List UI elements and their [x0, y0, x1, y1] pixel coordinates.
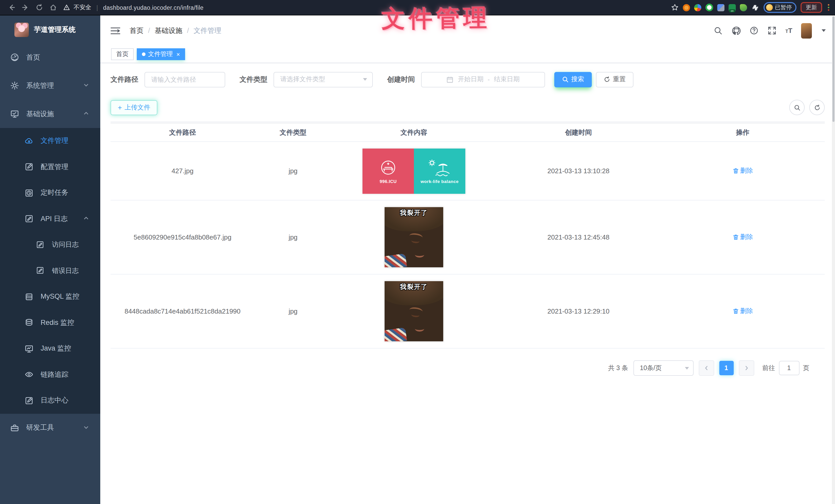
- scrollbar-thumb[interactable]: [832, 17, 834, 122]
- back-icon[interactable]: [7, 3, 16, 12]
- sidebar-item-home[interactable]: 首页: [0, 43, 100, 71]
- logo-image: [14, 23, 29, 37]
- sidebar-item-label: Redis 监控: [41, 318, 74, 328]
- sidebar-item-dev-tools[interactable]: 研发工具: [0, 414, 100, 442]
- cell-created-time: 2021-03-13 12:45:48: [496, 233, 661, 241]
- help-icon[interactable]: [749, 26, 759, 35]
- cloud-icon: [25, 137, 34, 145]
- sidebar-item-redis-monitor[interactable]: Redis 监控: [0, 310, 100, 336]
- refresh-button[interactable]: [809, 100, 825, 115]
- user-avatar[interactable]: [801, 23, 812, 38]
- profile-avatar: [766, 4, 773, 11]
- column-header-created: 创建时间: [496, 128, 661, 137]
- sidebar-item-error-log[interactable]: 错误日志: [0, 258, 100, 284]
- sidebar-logo[interactable]: 芋道管理系统: [0, 16, 100, 43]
- extension-icon-switch-on[interactable]: on: [729, 4, 736, 11]
- cell-file-content: 我裂开了: [332, 281, 496, 341]
- file-thumbnail-baby-meme[interactable]: 我裂开了: [385, 281, 443, 341]
- gear-icon: [10, 81, 19, 90]
- github-icon[interactable]: [731, 26, 741, 35]
- app-window: 芋道管理系统 首页 系统管理 基础设施 文件管理: [0, 16, 835, 504]
- extensions-puzzle-icon[interactable]: [751, 3, 759, 12]
- sidebar-item-file-management[interactable]: 文件管理: [0, 128, 100, 154]
- sidebar-item-scheduled-jobs[interactable]: 定时任务: [0, 180, 100, 206]
- browser-nav: [0, 3, 62, 12]
- calendar-icon: [447, 76, 454, 83]
- sidebar-item-system[interactable]: 系统管理: [0, 71, 100, 100]
- sidebar-item-access-log[interactable]: 访问日志: [0, 232, 100, 258]
- cell-file-path: 5e8609290e915c4fa8b08e67.jpg: [110, 233, 254, 241]
- next-page-button[interactable]: [739, 360, 754, 376]
- app-scrollbar[interactable]: [832, 16, 835, 504]
- sidebar-item-label: 文件管理: [41, 136, 68, 146]
- upload-file-button[interactable]: + 上传文件: [110, 100, 157, 115]
- browser-update-button[interactable]: 更新: [800, 2, 822, 13]
- file-thumbnail-996[interactable]: 996.ICU work-life balance: [363, 148, 465, 193]
- sidebar-item-infra[interactable]: 基础设施: [0, 100, 100, 128]
- select-caret-icon: [685, 367, 689, 369]
- sidebar-item-log-center[interactable]: 日志中心: [0, 387, 100, 414]
- forward-icon[interactable]: [21, 3, 29, 12]
- file-thumbnail-baby-meme[interactable]: 我裂开了: [385, 207, 443, 267]
- extension-icon-leaf[interactable]: [740, 4, 747, 11]
- bookmark-star-icon[interactable]: [670, 3, 679, 12]
- font-size-icon[interactable]: TT: [786, 27, 792, 35]
- screen: 不安全 | dashboard.yudao.iocoder.cn/infra/f…: [0, 0, 835, 504]
- date-range-picker[interactable]: 开始日期 - 结束日期: [421, 72, 545, 87]
- extension-icon-orange[interactable]: [683, 4, 690, 11]
- filter-form: 文件路径 文件类型 请选择文件类型 创建时间 开始日期 - 结束日期: [110, 71, 825, 87]
- file-path-input[interactable]: [144, 72, 225, 87]
- sidebar-submenu-infra: 文件管理 配置管理 定时任务 API 日志 访问日志: [0, 128, 100, 414]
- address-bar[interactable]: 不安全 | dashboard.yudao.iocoder.cn/infra/f…: [62, 3, 204, 12]
- sidebar-item-label: 研发工具: [26, 423, 54, 432]
- select-placeholder: 请选择文件类型: [280, 75, 325, 84]
- extension-icon-pin[interactable]: [694, 4, 701, 11]
- thumbnail-caption: 我裂开了: [385, 209, 443, 217]
- toggle-search-button[interactable]: [789, 100, 805, 115]
- goto-page-input[interactable]: [779, 361, 799, 375]
- tab-home[interactable]: 首页: [111, 48, 134, 60]
- fullscreen-icon[interactable]: [767, 26, 777, 35]
- delete-button-label: 删除: [740, 233, 753, 241]
- delete-button[interactable]: 删除: [732, 307, 753, 315]
- browser-menu-icon[interactable]: [826, 4, 831, 11]
- cell-file-type: jpg: [254, 308, 332, 315]
- paused-label: 已暂停: [775, 4, 792, 11]
- sidebar-item-config[interactable]: 配置管理: [0, 154, 100, 180]
- sidebar-item-mysql-monitor[interactable]: MySQL 监控: [0, 284, 100, 310]
- search-button[interactable]: 搜索: [554, 72, 592, 87]
- table-row: 8448cada8c714e4ab61f521c8da21990 jpg 我裂开…: [110, 274, 825, 349]
- reset-button[interactable]: 重置: [596, 72, 633, 87]
- cell-file-path: 8448cada8c714e4ab61f521c8da21990: [110, 308, 254, 315]
- breadcrumb-current: 文件管理: [194, 26, 221, 35]
- sidebar-item-api-log[interactable]: API 日志: [0, 206, 100, 232]
- pagination: 共 3 条 10条/页 1 前往 页: [110, 361, 809, 375]
- tab-file-management[interactable]: 文件管理×: [137, 48, 185, 60]
- hamburger-icon[interactable]: [110, 26, 120, 35]
- user-menu-caret-icon[interactable]: [822, 29, 826, 32]
- thumbnail-caption: 996.ICU: [380, 178, 397, 184]
- reload-icon[interactable]: [35, 3, 43, 12]
- page-number-current[interactable]: 1: [719, 361, 733, 375]
- extension-icon-grid[interactable]: [717, 4, 725, 11]
- sidebar-item-label: 链路追踪: [41, 370, 68, 379]
- prev-page-button[interactable]: [698, 360, 714, 376]
- delete-button[interactable]: 删除: [732, 166, 753, 175]
- home-icon[interactable]: [49, 3, 57, 12]
- delete-button-label: 删除: [740, 166, 753, 175]
- page-size-select[interactable]: 10条/页: [633, 360, 693, 376]
- sidebar-item-java-monitor[interactable]: Java 监控: [0, 336, 100, 362]
- file-type-select[interactable]: 请选择文件类型: [273, 72, 373, 87]
- search-icon[interactable]: [713, 26, 722, 35]
- breadcrumb-home[interactable]: 首页: [129, 26, 143, 35]
- sidebar-item-tracing[interactable]: 链路追踪: [0, 362, 100, 387]
- extension-icon-green-ring[interactable]: [706, 4, 713, 11]
- eye-icon: [25, 370, 34, 379]
- breadcrumb-section[interactable]: 基础设施: [155, 26, 183, 35]
- delete-button[interactable]: 删除: [732, 233, 753, 241]
- thumbnail-caption: 我裂开了: [385, 283, 443, 291]
- sidebar-item-label: API 日志: [41, 214, 68, 224]
- content: 文件路径 文件类型 请选择文件类型 创建时间 开始日期 - 结束日期: [100, 63, 835, 504]
- profile-paused-pill[interactable]: 已暂停: [763, 2, 796, 13]
- tab-close-icon[interactable]: ×: [176, 51, 180, 57]
